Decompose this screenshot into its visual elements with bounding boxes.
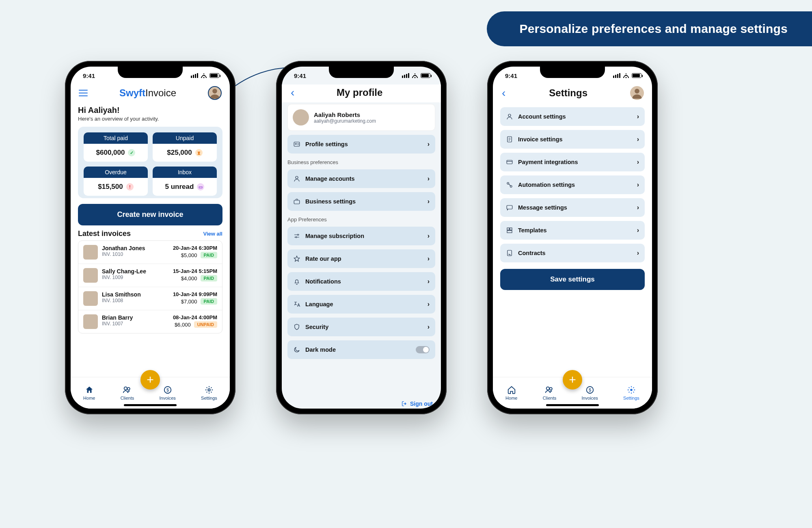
view-all-link[interactable]: View all <box>203 231 222 237</box>
back-button[interactable]: ‹ <box>290 86 295 99</box>
home-icon <box>84 385 94 394</box>
invoice-list: Jonathan JonesINV. 1010 20-Jan-24 6:30PM… <box>78 240 222 333</box>
home-indicator <box>546 404 599 406</box>
svg-point-13 <box>508 114 511 117</box>
svg-rect-9 <box>294 200 300 204</box>
invoice-row[interactable]: Sally Chang-LeeINV. 1009 15-Jan-24 5:15P… <box>78 264 222 287</box>
chat-icon: ▭ <box>197 183 204 190</box>
row-business-settings[interactable]: Business settings› <box>287 192 435 211</box>
fab-add-button[interactable]: + <box>140 370 160 390</box>
chevron-right-icon: › <box>637 204 639 211</box>
status-time: 9:41 <box>505 72 517 79</box>
battery-icon <box>632 73 641 78</box>
check-icon: ✓ <box>128 149 135 156</box>
status-time: 9:41 <box>83 72 95 79</box>
chevron-right-icon: › <box>637 249 639 257</box>
row-payment-integrations[interactable]: Payment integrations› <box>500 153 645 171</box>
card-icon <box>506 158 513 166</box>
invoice-row[interactable]: Lisa SmithsonINV. 1008 10-Jan-24 9:09PM$… <box>78 287 222 310</box>
user-icon <box>506 113 513 120</box>
svg-point-0 <box>212 89 217 94</box>
row-manage-accounts[interactable]: Manage accounts› <box>287 169 435 188</box>
row-automation-settings[interactable]: Automation settings› <box>500 175 645 194</box>
svg-point-11 <box>296 237 297 238</box>
headline-banner: Personalize preferences and manage setti… <box>487 11 812 46</box>
status-badge: UNPAID <box>194 321 217 328</box>
section-app-preferences: App Preferences <box>287 216 435 223</box>
dark-mode-toggle[interactable] <box>416 346 430 353</box>
notch <box>540 67 605 78</box>
tab-invoices[interactable]: $Invoices <box>160 385 176 400</box>
chevron-right-icon: › <box>428 198 430 205</box>
row-manage-subscription[interactable]: Manage subscription› <box>287 227 435 245</box>
profile-avatar-button[interactable] <box>630 86 644 100</box>
home-icon <box>507 385 516 394</box>
row-profile-settings[interactable]: Profile settings › <box>287 135 435 154</box>
create-invoice-button[interactable]: Create new invoice <box>78 204 222 225</box>
status-badge: PAID <box>201 275 217 281</box>
wifi-icon <box>201 73 207 78</box>
profile-avatar-button[interactable] <box>208 86 222 100</box>
greeting-subtitle: Here's an overview of your activity. <box>78 116 222 122</box>
row-security[interactable]: Security› <box>287 318 435 336</box>
notch <box>118 67 183 78</box>
svg-point-8 <box>296 176 298 179</box>
row-templates[interactable]: Templates› <box>500 221 645 240</box>
user-icon <box>293 175 300 182</box>
invoices-icon: $ <box>585 385 595 394</box>
row-contracts[interactable]: Contracts› <box>500 244 645 262</box>
status-time: 9:41 <box>294 72 306 79</box>
briefcase-icon <box>293 198 300 205</box>
bell-icon <box>293 278 300 285</box>
chevron-right-icon: › <box>637 113 639 120</box>
svg-point-12 <box>635 89 639 94</box>
row-dark-mode[interactable]: Dark mode <box>287 340 435 359</box>
tab-bar: Home Clients + $Invoices Settings <box>71 377 230 409</box>
page-title: Settings <box>549 87 587 99</box>
card-unpaid[interactable]: Unpaid $25,000⧗ <box>153 132 217 162</box>
row-invoice-settings[interactable]: Invoice settings› <box>500 130 645 149</box>
client-avatar <box>83 291 98 306</box>
phone-home: 9:41 SwyftInvoice Hi Aa <box>65 61 235 414</box>
templates-icon <box>506 227 513 234</box>
svg-rect-19 <box>507 228 509 230</box>
id-card-icon <box>293 141 300 148</box>
invoices-icon: $ <box>163 385 173 394</box>
svg-point-5 <box>208 389 210 391</box>
chevron-right-icon: › <box>428 255 430 262</box>
menu-button[interactable] <box>79 90 88 96</box>
tab-settings[interactable]: Settings <box>623 385 639 400</box>
client-avatar <box>83 268 98 283</box>
sliders-icon <box>293 232 300 240</box>
row-notifications[interactable]: Notifications› <box>287 272 435 291</box>
tab-settings[interactable]: Settings <box>201 385 217 400</box>
gear-icon <box>204 385 214 394</box>
row-account-settings[interactable]: Account settings› <box>500 107 645 126</box>
tab-invoices[interactable]: $Invoices <box>582 385 598 400</box>
invoice-row[interactable]: Brian BarryINV. 1007 08-Jan-24 4:00PM$6,… <box>78 310 222 333</box>
row-message-settings[interactable]: Message settings› <box>500 198 645 217</box>
card-overdue[interactable]: Overdue $15,500! <box>84 167 148 196</box>
tab-home[interactable]: Home <box>505 385 517 400</box>
sign-out-button[interactable]: Sign out <box>401 400 433 407</box>
tab-clients[interactable]: Clients <box>121 385 134 400</box>
message-icon <box>506 204 513 211</box>
invoice-row[interactable]: Jonathan JonesINV. 1010 20-Jan-24 6:30PM… <box>78 241 222 264</box>
tab-home[interactable]: Home <box>83 385 95 400</box>
back-button[interactable]: ‹ <box>501 87 506 100</box>
row-rate-app[interactable]: Rate our app› <box>287 249 435 268</box>
card-inbox[interactable]: Inbox 5 unread▭ <box>153 167 217 196</box>
svg-point-7 <box>295 143 296 145</box>
svg-rect-15 <box>507 160 512 164</box>
fab-add-button[interactable]: + <box>563 370 582 390</box>
save-settings-button[interactable]: Save settings <box>500 269 645 290</box>
svg-point-1 <box>124 387 127 390</box>
profile-card[interactable]: Aaliyah Roberts aaliyah@gurumarketing.co… <box>287 104 435 131</box>
row-language[interactable]: Language› <box>287 295 435 314</box>
chevron-right-icon: › <box>428 141 430 148</box>
card-total-paid[interactable]: Total paid $600,000✓ <box>84 132 148 162</box>
sign-out-icon <box>401 400 408 407</box>
tab-clients[interactable]: Clients <box>543 385 557 400</box>
svg-rect-18 <box>507 206 512 209</box>
svg-point-27 <box>630 389 633 391</box>
